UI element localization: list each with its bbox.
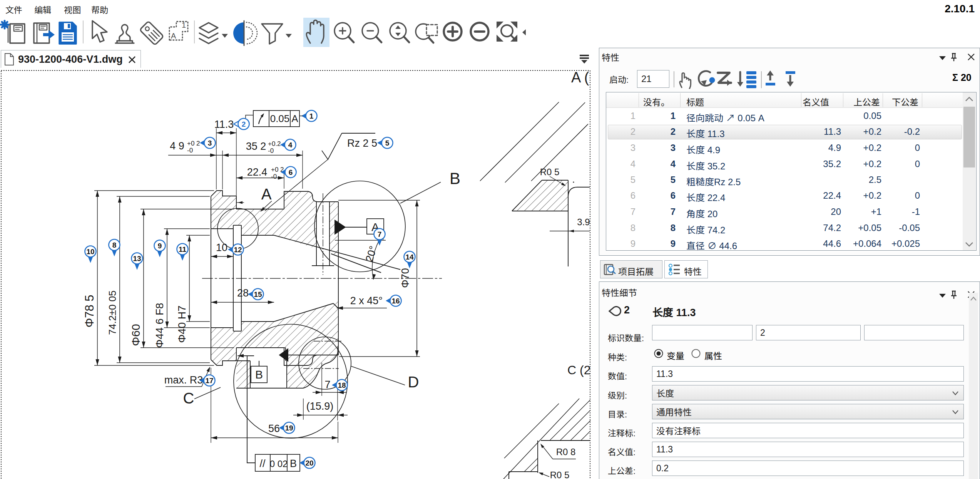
svg-text:4 9: 4 9 bbox=[170, 140, 184, 152]
svg-text:12: 12 bbox=[234, 246, 242, 254]
svg-text:Φ44 6 F8: Φ44 6 F8 bbox=[154, 303, 166, 348]
svg-text:-0: -0 bbox=[271, 173, 277, 180]
svg-text:16: 16 bbox=[391, 297, 400, 305]
svg-text:35 2: 35 2 bbox=[246, 141, 266, 152]
svg-text:A: A bbox=[261, 186, 272, 203]
svg-text:Φ40 H7: Φ40 H7 bbox=[176, 305, 188, 343]
svg-text:9: 9 bbox=[158, 242, 162, 250]
svg-text:-0: -0 bbox=[268, 147, 274, 154]
svg-text:R0 8: R0 8 bbox=[556, 447, 576, 457]
svg-text:4: 4 bbox=[288, 141, 293, 149]
svg-text:Φ78 5: Φ78 5 bbox=[83, 295, 96, 327]
svg-text:5: 5 bbox=[385, 139, 390, 147]
svg-text:D: D bbox=[408, 373, 419, 390]
svg-text:10: 10 bbox=[86, 248, 94, 256]
svg-text:R0 5: R0 5 bbox=[540, 167, 560, 177]
svg-text:6: 6 bbox=[289, 168, 293, 176]
svg-text:0 02: 0 02 bbox=[270, 459, 288, 469]
svg-text:8: 8 bbox=[112, 241, 117, 249]
svg-text:(15.9): (15.9) bbox=[306, 400, 334, 412]
svg-text:B: B bbox=[290, 458, 297, 469]
svg-text:Φ70: Φ70 bbox=[400, 268, 411, 288]
svg-text:10: 10 bbox=[216, 242, 227, 253]
svg-text:74.2±0 05: 74.2±0 05 bbox=[107, 290, 118, 335]
svg-text:15: 15 bbox=[254, 290, 262, 298]
svg-text:-0: -0 bbox=[187, 147, 193, 154]
svg-text:19: 19 bbox=[285, 424, 293, 432]
svg-text:R0 5: R0 5 bbox=[550, 470, 570, 479]
svg-text:Φ60: Φ60 bbox=[129, 324, 142, 346]
svg-text:7: 7 bbox=[378, 230, 382, 238]
svg-text:0.05: 0.05 bbox=[270, 113, 290, 124]
svg-text:18: 18 bbox=[338, 381, 346, 389]
svg-text:+0.2: +0.2 bbox=[268, 140, 281, 147]
svg-text:2 x 45°: 2 x 45° bbox=[350, 295, 383, 306]
svg-text:3: 3 bbox=[208, 139, 212, 147]
svg-text:14: 14 bbox=[405, 253, 414, 261]
svg-text:20: 20 bbox=[305, 459, 313, 467]
svg-text:2: 2 bbox=[242, 120, 246, 128]
svg-text:3.9: 3.9 bbox=[577, 217, 590, 227]
svg-text:7: 7 bbox=[324, 379, 330, 390]
svg-text:11.3: 11.3 bbox=[214, 119, 234, 130]
svg-text:A (: A ( bbox=[571, 69, 589, 85]
svg-text:B: B bbox=[255, 368, 263, 381]
svg-text:+0 2: +0 2 bbox=[187, 140, 200, 147]
svg-text:A: A bbox=[291, 113, 298, 124]
svg-text:C: C bbox=[183, 390, 194, 407]
svg-text:28: 28 bbox=[237, 287, 249, 299]
svg-text://: // bbox=[259, 458, 266, 469]
svg-text:max. R3: max. R3 bbox=[164, 374, 203, 386]
svg-text:B: B bbox=[450, 169, 460, 188]
svg-text:C (2: C (2 bbox=[567, 363, 590, 377]
svg-text:1: 1 bbox=[309, 112, 314, 120]
svg-text:22.4: 22.4 bbox=[247, 166, 268, 178]
svg-text:11: 11 bbox=[179, 245, 187, 253]
svg-text:56: 56 bbox=[268, 423, 280, 434]
svg-text:Rz 2 5: Rz 2 5 bbox=[347, 137, 377, 149]
svg-text:20°: 20° bbox=[363, 245, 379, 263]
svg-text:17: 17 bbox=[205, 377, 213, 385]
svg-text:13: 13 bbox=[133, 255, 141, 263]
